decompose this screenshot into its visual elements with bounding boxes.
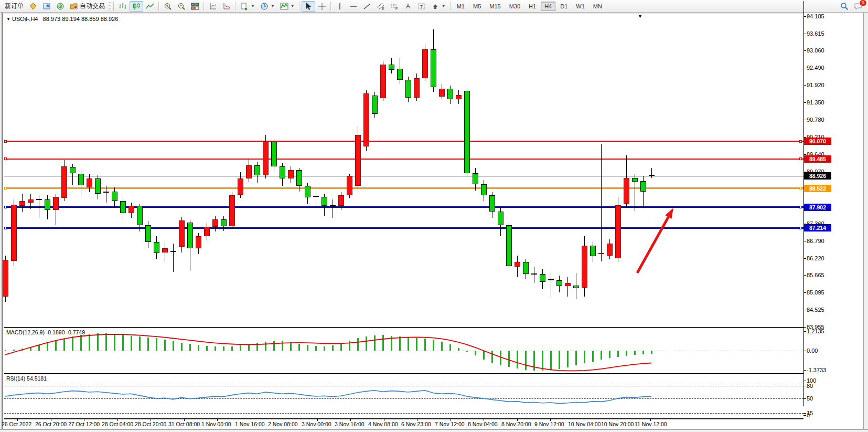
macd-histogram-bar	[215, 346, 216, 351]
crosshair-button[interactable]	[315, 1, 329, 12]
price-tick-mark	[803, 50, 806, 51]
period-button[interactable]: ▼	[258, 1, 277, 12]
macd-histogram-bar	[105, 333, 107, 351]
macd-histogram-bar	[38, 345, 40, 351]
timeframe-button-m5[interactable]: M5	[469, 2, 485, 11]
indicators-button[interactable]: ▼	[277, 1, 297, 12]
line-handle[interactable]	[4, 227, 7, 229]
line-handle[interactable]	[4, 206, 7, 208]
macd-histogram-bar	[416, 338, 417, 351]
time-axis-label: 3 Nov 16:00	[335, 421, 365, 427]
bar-chart-button[interactable]	[116, 1, 130, 12]
line-handle[interactable]	[799, 157, 802, 160]
line-handle[interactable]	[4, 187, 7, 189]
navigator-button[interactable]	[53, 1, 67, 12]
macd-histogram-bar	[72, 336, 73, 351]
arrows-icon	[431, 2, 440, 10]
candle	[28, 199, 34, 203]
new-chart-button[interactable]: ▼	[238, 1, 258, 12]
macd-histogram-bar	[324, 346, 325, 351]
price-level-line[interactable]	[4, 227, 803, 229]
price-badge: 89.485	[804, 155, 831, 163]
horizontal-line-button[interactable]	[347, 1, 360, 12]
timeframe-button-d1[interactable]: D1	[556, 2, 571, 11]
candle	[540, 274, 545, 282]
market-watch-button[interactable]	[26, 1, 40, 12]
macd-histogram-bar	[382, 335, 384, 351]
price-level-line[interactable]	[4, 176, 803, 176]
text-label-button[interactable]: T	[415, 1, 428, 12]
profile-button[interactable]	[206, 1, 220, 12]
candle	[372, 96, 378, 114]
time-axis-label: 10 Nov 20:00	[601, 421, 634, 427]
price-badge: 87.902	[804, 204, 831, 211]
macd-histogram-bar	[89, 334, 90, 351]
line-handle[interactable]	[799, 227, 802, 229]
price-tick-mark	[803, 85, 806, 86]
data-window-button[interactable]	[40, 1, 53, 12]
candle	[61, 166, 67, 198]
arrows-button[interactable]: ▼	[428, 1, 448, 12]
macd-histogram-bar	[189, 344, 191, 351]
macd-histogram-bar	[47, 343, 48, 351]
toolbar-separator	[450, 2, 451, 11]
timeframe-button-m30[interactable]: M30	[506, 2, 524, 11]
macd-histogram-bar	[30, 347, 31, 351]
profile-alt-button[interactable]	[220, 1, 233, 12]
macd-histogram-bar	[114, 334, 115, 351]
text-button[interactable]: A	[401, 1, 415, 12]
candle	[87, 178, 92, 187]
macd-histogram-bar	[626, 351, 627, 356]
candle	[640, 181, 646, 192]
line-handle[interactable]	[799, 187, 802, 189]
price-level-line[interactable]	[4, 187, 803, 189]
timeframe-button-h1[interactable]: H1	[525, 2, 540, 11]
pane-separator-bottom	[4, 418, 803, 419]
macd-histogram-bar	[374, 335, 376, 351]
rsi-level-line	[4, 386, 803, 386]
macd-histogram-bar	[366, 336, 367, 351]
cursor-button[interactable]	[302, 1, 315, 12]
notifications-button[interactable]: 1	[851, 1, 865, 12]
zoom-in-button[interactable]	[161, 1, 175, 12]
toolbar-separator	[158, 2, 159, 11]
tile-windows-button[interactable]	[188, 1, 202, 12]
new-order-button[interactable]: 新订单	[2, 1, 26, 12]
vertical-line-button[interactable]	[333, 1, 347, 12]
rsi-tick-label: 80	[807, 383, 813, 389]
candle	[405, 80, 411, 98]
timeframe-button-mn[interactable]: MN	[590, 2, 606, 11]
macd-histogram-bar	[156, 338, 157, 351]
autotrading-button[interactable]: 自动交易	[67, 1, 108, 12]
line-handle[interactable]	[799, 140, 802, 143]
timeframe-button-m1[interactable]: M1	[453, 2, 468, 11]
macd-histogram-bar	[491, 351, 493, 363]
time-tick-mark	[151, 419, 151, 421]
candle	[573, 286, 579, 288]
candle	[498, 212, 503, 225]
line-chart-button[interactable]	[143, 1, 157, 12]
price-tick-label: 93.060	[807, 47, 824, 54]
line-handle[interactable]	[799, 206, 802, 208]
search-button[interactable]	[838, 1, 851, 12]
profile-alt-icon	[222, 2, 231, 10]
trendline-button[interactable]	[360, 1, 374, 12]
zoom-out-button[interactable]	[175, 1, 188, 12]
mt4-window: 新订单 自动交易	[0, 0, 868, 432]
timeframe-button-m15[interactable]: M15	[486, 2, 504, 11]
symbol-dropdown-icon[interactable]: ▼	[6, 17, 10, 22]
line-handle[interactable]	[4, 157, 7, 160]
candle	[481, 184, 487, 195]
price-level-line[interactable]	[4, 141, 803, 142]
timeframe-button-h4[interactable]: H4	[541, 2, 555, 11]
price-level-line[interactable]	[4, 159, 803, 160]
candlestick-chart-button[interactable]	[130, 1, 143, 12]
macd-histogram-bar	[273, 341, 275, 351]
macd-histogram-bar	[122, 335, 124, 351]
channel-button[interactable]: E	[374, 1, 388, 12]
line-handle[interactable]	[4, 140, 7, 143]
fibonacci-button[interactable]: F	[388, 1, 401, 12]
timeframe-button-w1[interactable]: W1	[572, 2, 588, 11]
scroll-to-end-marker[interactable]: ▼	[638, 14, 642, 19]
time-tick-mark	[451, 419, 451, 421]
